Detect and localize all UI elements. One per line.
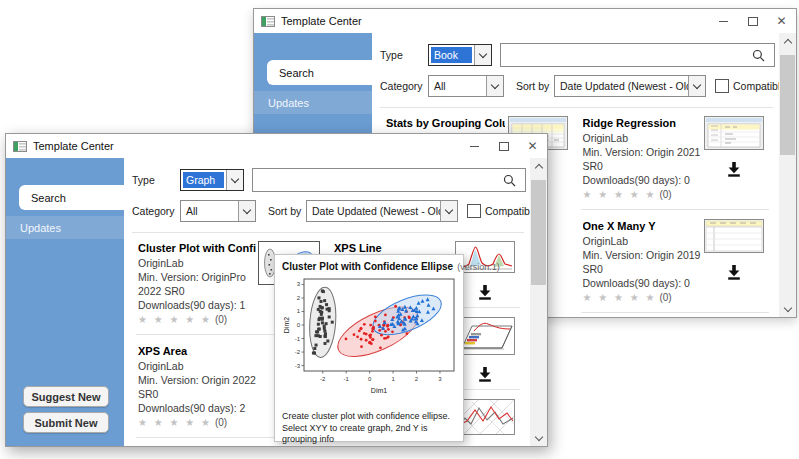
vertical-scrollbar[interactable] — [779, 33, 796, 317]
compatible-label: Compatible — [733, 80, 779, 92]
type-combobox[interactable]: Book — [428, 44, 492, 66]
item-title: Cluster Plot with Confidence... — [138, 241, 256, 255]
item-stars: ★ ★ ★ ★ ★ — [583, 291, 657, 305]
search-input[interactable] — [501, 44, 742, 66]
sortby-combobox[interactable]: Date Updated (Newest - Oldest) — [306, 200, 458, 222]
xps-area-thumbnail[interactable] — [455, 317, 515, 355]
search-icon — [503, 174, 516, 187]
download-button[interactable] — [477, 285, 493, 300]
minimize-icon — [470, 146, 479, 147]
item-min-version: Min. Version: Origin 2021 SR0 — [583, 145, 702, 173]
svg-text:Dim1: Dim1 — [371, 387, 387, 394]
category-combobox[interactable]: All — [180, 200, 256, 222]
download-button[interactable] — [477, 367, 493, 382]
download-button[interactable] — [726, 265, 742, 280]
category-combobox[interactable]: All — [428, 75, 504, 97]
minimize-icon — [719, 21, 728, 22]
tab-search[interactable]: Search — [267, 60, 372, 85]
search-button[interactable] — [493, 169, 525, 191]
scroll-down-button[interactable] — [779, 300, 796, 317]
maximize-button[interactable] — [489, 134, 518, 158]
item-rating-count: (0) — [215, 313, 227, 327]
item-author: OriginLab — [138, 359, 256, 373]
item-min-version: Min. Version: Origin 2019 SR0 — [583, 248, 702, 276]
worksheet-thumbnail[interactable] — [704, 116, 764, 150]
tab-updates[interactable]: Updates — [6, 216, 124, 239]
vertical-scrollbar[interactable] — [530, 158, 547, 446]
app-icon — [13, 141, 27, 152]
search-button[interactable] — [742, 44, 774, 66]
tab-updates[interactable]: Updates — [254, 91, 372, 114]
svg-text:3: 3 — [297, 281, 301, 287]
svg-text:-2: -2 — [320, 376, 326, 382]
submit-new-button[interactable]: Submit New — [23, 412, 109, 433]
titlebar[interactable]: Template Center ✕ — [254, 9, 796, 33]
close-button[interactable]: ✕ — [518, 134, 547, 158]
chevron-down-icon — [783, 303, 791, 311]
item-min-version: Min. Version: Origin 2022 SR0 — [138, 373, 256, 401]
combo-chevron-icon — [474, 45, 491, 65]
category-label: Category — [380, 80, 428, 92]
sortby-combobox[interactable]: Date Updated (Newest - Oldest) — [554, 75, 706, 97]
scroll-down-button[interactable] — [530, 429, 547, 446]
combo-chevron-icon — [486, 76, 503, 96]
window-title: Template Center — [33, 140, 114, 152]
close-button[interactable]: ✕ — [767, 9, 796, 33]
download-icon — [477, 285, 493, 300]
minimize-button[interactable] — [709, 9, 738, 33]
titlebar[interactable]: Template Center ✕ — [6, 134, 547, 158]
waterfall-thumbnail[interactable] — [455, 399, 515, 435]
type-combobox[interactable]: Graph — [180, 169, 244, 191]
front-window: Template Center ✕ Search Updates Suggest… — [5, 133, 548, 447]
close-icon: ✕ — [527, 140, 537, 152]
scroll-thumb[interactable] — [531, 180, 546, 285]
svg-text:0: 0 — [368, 376, 372, 382]
type-label: Type — [380, 49, 428, 61]
minimize-button[interactable] — [460, 134, 489, 158]
item-title: Ridge Regression — [583, 116, 702, 130]
search-box — [252, 168, 526, 192]
maximize-button[interactable] — [738, 9, 767, 33]
template-item: Ridge Regression OriginLab Min. Version:… — [581, 107, 770, 210]
svg-text:Dim2: Dim2 — [283, 317, 290, 333]
compatible-checkbox[interactable] — [467, 204, 481, 218]
search-icon — [752, 49, 765, 62]
tooltip-title: Cluster Plot with Confidence Ellipse — [282, 261, 453, 272]
download-icon — [477, 367, 493, 382]
item-author: OriginLab — [583, 131, 702, 145]
template-item: Matrix Color OriginLab Min. Version: Ori… — [581, 313, 770, 317]
preview-popup: Cluster Plot with Confidence Ellipse (ve… — [274, 254, 464, 442]
maximize-icon — [499, 142, 509, 151]
item-rating-count: (0) — [215, 416, 227, 430]
item-downloads: Downloads(90 days): 2 — [138, 401, 256, 415]
close-icon: ✕ — [776, 15, 786, 27]
combo-chevron-icon — [440, 201, 457, 221]
combo-chevron-icon — [688, 76, 705, 96]
tab-search[interactable]: Search — [19, 185, 124, 210]
cluster-chart: -2-10123-3-2-10123Dim1Dim2 — [282, 275, 458, 409]
template-item: One X Many Y OriginLab Min. Version: Ori… — [581, 210, 770, 313]
search-input[interactable] — [253, 169, 493, 191]
scroll-up-button[interactable] — [530, 158, 547, 175]
scroll-thumb[interactable] — [780, 55, 795, 155]
compatible-checkbox[interactable] — [715, 79, 729, 93]
download-button[interactable] — [726, 162, 742, 177]
scroll-up-button[interactable] — [779, 33, 796, 50]
app-icon — [261, 16, 275, 27]
item-title: XPS Line — [334, 241, 452, 255]
combo-chevron-icon — [226, 170, 243, 190]
worksheet-thumbnail[interactable] — [704, 219, 764, 253]
tooltip-version: (version:1) — [457, 262, 500, 272]
sortby-label: Sort by — [516, 80, 554, 92]
item-stars: ★ ★ ★ ★ ★ — [138, 416, 212, 430]
suggest-new-button[interactable]: Suggest New — [23, 386, 109, 407]
svg-text:1: 1 — [297, 308, 301, 314]
item-stars: ★ ★ ★ ★ ★ — [138, 313, 212, 327]
chevron-up-icon — [783, 38, 791, 46]
svg-text:-3: -3 — [295, 363, 301, 369]
sortby-label: Sort by — [268, 205, 306, 217]
svg-text:-1: -1 — [344, 376, 350, 382]
svg-text:1: 1 — [391, 376, 395, 382]
item-title: XPS Area — [138, 344, 256, 358]
svg-text:0: 0 — [297, 322, 301, 328]
